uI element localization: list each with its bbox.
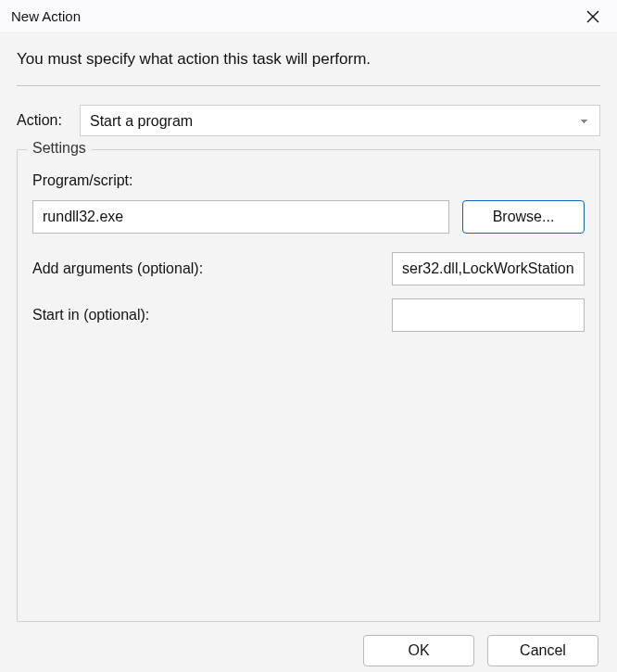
program-input[interactable] bbox=[32, 200, 449, 234]
browse-button[interactable]: Browse... bbox=[462, 200, 585, 234]
separator bbox=[17, 85, 600, 86]
dialog-content: You must specify what action this task w… bbox=[0, 33, 617, 622]
action-select[interactable]: Start a program bbox=[80, 105, 600, 136]
arguments-label: Add arguments (optional): bbox=[32, 260, 203, 277]
settings-legend: Settings bbox=[27, 140, 92, 157]
button-bar: OK Cancel bbox=[0, 622, 617, 666]
arguments-input[interactable] bbox=[392, 252, 585, 285]
program-row: Browse... bbox=[32, 200, 585, 234]
settings-fieldset: Settings Program/script: Browse... Add a… bbox=[17, 149, 600, 622]
title-bar: New Action bbox=[0, 0, 617, 33]
action-label: Action: bbox=[17, 112, 80, 129]
arguments-row: Add arguments (optional): bbox=[32, 252, 585, 285]
program-label: Program/script: bbox=[32, 172, 585, 189]
window-title: New Action bbox=[11, 8, 81, 24]
startin-row: Start in (optional): bbox=[32, 298, 585, 332]
startin-label: Start in (optional): bbox=[32, 307, 149, 323]
close-button[interactable] bbox=[580, 4, 606, 30]
instruction-text: You must specify what action this task w… bbox=[17, 50, 600, 69]
cancel-button[interactable]: Cancel bbox=[487, 635, 598, 666]
close-icon bbox=[586, 10, 599, 23]
action-row: Action: Start a program bbox=[17, 105, 600, 136]
startin-input[interactable] bbox=[392, 298, 585, 332]
ok-button[interactable]: OK bbox=[363, 635, 474, 666]
